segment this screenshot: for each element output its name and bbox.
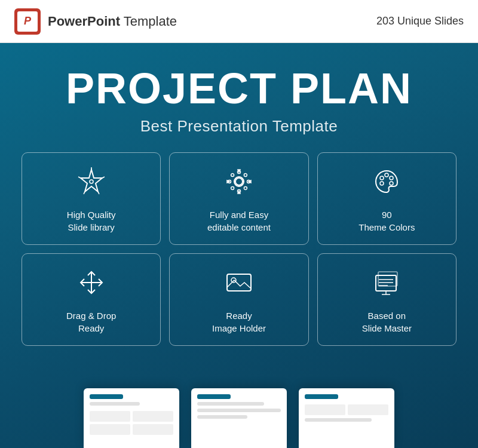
preview-block-2 — [133, 411, 173, 422]
hero-section: PROJECT PLAN Best Presentation Template — [0, 43, 478, 152]
feature-card-slide-master[interactable]: Based onSlide Master — [317, 253, 456, 346]
feature-label-editable-content: Fully and Easyeditable content — [207, 208, 271, 234]
feature-label-theme-colors: 90Theme Colors — [358, 208, 415, 234]
svg-point-13 — [244, 174, 247, 177]
preview-line-6 — [197, 415, 247, 419]
preview-block-4 — [133, 424, 173, 435]
svg-point-12 — [231, 174, 234, 177]
preview-slide-1 — [84, 388, 179, 448]
logo-inner: P — [17, 11, 38, 32]
svg-line-5 — [84, 192, 85, 194]
svg-point-1 — [90, 180, 93, 183]
preview-line-8 — [305, 418, 372, 422]
palette-icon — [371, 166, 402, 201]
svg-line-4 — [98, 192, 99, 194]
hero-subtitle: Best Presentation Template — [0, 117, 478, 136]
feature-card-drag-drop[interactable]: Drag & DropReady — [22, 253, 161, 346]
feature-card-editable-content[interactable]: Fully and Easyeditable content — [169, 152, 308, 245]
feature-label-drag-drop: Drag & DropReady — [66, 309, 116, 335]
title-rest: Template — [120, 14, 177, 29]
svg-point-17 — [380, 176, 384, 180]
preview-line-3 — [197, 394, 231, 399]
preview-line-5 — [197, 409, 281, 412]
svg-line-3 — [102, 177, 105, 178]
svg-point-19 — [390, 176, 393, 180]
preview-line-4 — [197, 402, 264, 406]
move-icon — [76, 267, 107, 302]
svg-point-14 — [231, 186, 234, 189]
feature-card-image-holder[interactable]: ReadyImage Holder — [169, 253, 308, 346]
preview-slide-2 — [191, 388, 287, 448]
main-section: PROJECT PLAN Best Presentation Template … — [0, 43, 478, 448]
svg-rect-26 — [378, 272, 397, 286]
header-left: P PowerPoint Template — [14, 8, 177, 35]
feature-card-theme-colors[interactable]: 90Theme Colors — [317, 152, 456, 245]
title-bold: PowerPoint — [48, 14, 120, 29]
preview-slide-3 — [299, 388, 394, 448]
svg-rect-27 — [376, 275, 396, 291]
svg-line-6 — [78, 177, 81, 178]
feature-label-slide-master: Based onSlide Master — [362, 309, 412, 335]
header: P PowerPoint Template 203 Unique Slides — [0, 0, 478, 43]
image-icon — [223, 267, 255, 302]
feature-card-slide-library[interactable]: High QualitySlide library — [22, 152, 161, 245]
preview-grid-2 — [305, 404, 388, 415]
svg-rect-24 — [227, 274, 251, 291]
preview-grid-1 — [90, 411, 173, 435]
svg-point-18 — [385, 173, 388, 177]
slides-icon — [371, 267, 402, 302]
hero-title: PROJECT PLAN — [0, 67, 478, 110]
feature-grid: High QualitySlide library — [0, 152, 478, 346]
svg-point-15 — [244, 186, 247, 189]
ppt-logo: P — [14, 8, 41, 35]
unique-slides-label: 203 Unique Slides — [376, 15, 464, 27]
preview-line-2 — [90, 402, 140, 406]
preview-line-7 — [305, 394, 338, 399]
preview-block-1 — [90, 411, 130, 422]
gear-icon — [223, 166, 255, 201]
header-title: PowerPoint Template — [48, 14, 177, 29]
star-icon — [76, 166, 107, 201]
preview-line-1 — [90, 394, 123, 399]
bottom-preview — [0, 376, 478, 448]
svg-point-20 — [390, 182, 393, 185]
feature-label-image-holder: ReadyImage Holder — [212, 309, 266, 335]
preview-block-6 — [348, 404, 388, 415]
preview-block-5 — [305, 404, 345, 415]
svg-point-21 — [380, 182, 384, 185]
svg-point-16 — [235, 178, 243, 185]
feature-label-slide-library: High QualitySlide library — [67, 208, 116, 234]
svg-marker-0 — [81, 170, 102, 192]
preview-block-3 — [90, 424, 130, 435]
